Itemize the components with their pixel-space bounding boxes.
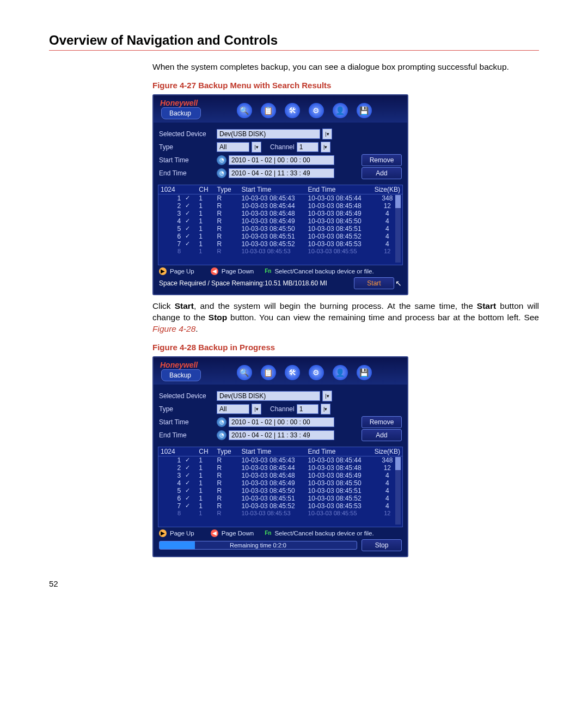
channel-dropdown-icon[interactable]: |▾ — [321, 404, 330, 415]
table-row[interactable]: 3✓1R10-03-03 08:45:4810-03-03 08:45:494 — [158, 472, 402, 479]
device-dropdown-icon[interactable]: |▾ — [322, 129, 332, 139]
user-icon[interactable]: 👤 — [333, 365, 348, 380]
page-down-label[interactable]: Page Down — [222, 530, 254, 537]
calendar-icon[interactable]: ◔ — [217, 168, 226, 178]
disk-icon[interactable]: 💾 — [357, 365, 372, 380]
input-start-time[interactable]: 2010 - 01 - 02 | 00 : 00 : 00 — [229, 417, 334, 427]
bottom-bar-progress: Remaining time 0:2:0 Stop — [159, 539, 402, 551]
table-row[interactable]: 2✓1R10-03-03 08:45:4410-03-03 08:45:4812 — [158, 202, 402, 210]
table-row-cut: 81R10-03-03 08:45:5310-03-03 08:45:5512 — [158, 510, 402, 516]
disk-icon[interactable]: 💾 — [357, 103, 372, 118]
tools-icon[interactable]: 🛠 — [285, 103, 300, 118]
fn-key-label: Fn — [265, 530, 271, 536]
table-header: 1024 CH Type Start Time End Time Size(KB… — [158, 185, 402, 194]
table-row[interactable]: 1✓1R10-03-03 08:45:4310-03-03 08:45:4434… — [158, 456, 402, 464]
label-type: Type — [159, 405, 215, 413]
space-info: Space Required / Space Remaining:10.51 M… — [159, 279, 350, 287]
add-button[interactable]: Add — [362, 429, 402, 441]
table-row[interactable]: 7✓1R10-03-03 08:45:5210-03-03 08:45:534 — [158, 502, 402, 510]
title-divider — [49, 50, 539, 51]
table-row[interactable]: 4✓1R10-03-03 08:45:4910-03-03 08:45:504 — [158, 479, 402, 487]
select-device[interactable]: Dev(USB DISK) — [217, 129, 320, 139]
table-row[interactable]: 6✓1R10-03-03 08:45:5110-03-03 08:45:524 — [158, 495, 402, 502]
select-type[interactable]: All — [217, 404, 249, 414]
table-row[interactable]: 3✓1R10-03-03 08:45:4810-03-03 08:45:494 — [158, 210, 402, 217]
scrollbar-thumb[interactable] — [395, 457, 401, 470]
scrollbar[interactable] — [395, 457, 401, 525]
pager-bar: ▶ Page Up ◀ Page Down Fn Select/Cancel b… — [159, 267, 402, 275]
input-start-time[interactable]: 2010 - 01 - 02 | 00 : 00 : 00 — [229, 155, 334, 165]
page-up-icon[interactable]: ▶ — [159, 529, 167, 537]
table-row[interactable]: 5✓1R10-03-03 08:45:5010-03-03 08:45:514 — [158, 225, 402, 233]
search-icon[interactable]: 🔍 — [237, 103, 252, 118]
pager-hint: Select/Cancel backup device or file. — [274, 530, 373, 537]
calendar-icon[interactable]: ◔ — [217, 417, 226, 427]
settings-icon[interactable]: ⚙ — [309, 103, 324, 118]
start-button[interactable]: Start — [354, 277, 394, 289]
figure-27-caption: Figure 4-27 Backup Menu with Search Resu… — [152, 81, 539, 90]
page-up-icon[interactable]: ▶ — [159, 267, 167, 275]
form-area: Selected Device Dev(USB DISK) |▾ Type Al… — [154, 123, 407, 182]
page-down-icon[interactable]: ◀ — [211, 267, 218, 275]
table-row[interactable]: 6✓1R10-03-03 08:45:5110-03-03 08:45:524 — [158, 233, 402, 240]
clipboard-icon[interactable]: 📋 — [261, 365, 276, 380]
mid-paragraph: Click Start, and the system will begin t… — [152, 301, 539, 335]
remove-button[interactable]: Remove — [362, 416, 402, 428]
table-row[interactable]: 5✓1R10-03-03 08:45:5010-03-03 08:45:514 — [158, 487, 402, 495]
calendar-icon[interactable]: ◔ — [217, 155, 226, 165]
tab-backup[interactable]: Backup — [161, 107, 201, 119]
user-icon[interactable]: 👤 — [333, 103, 348, 118]
table-row[interactable]: 4✓1R10-03-03 08:45:4910-03-03 08:45:504 — [158, 217, 402, 225]
start-strong: Start — [175, 301, 194, 310]
stop-strong: Stop — [209, 313, 227, 322]
remove-button[interactable]: Remove — [362, 154, 402, 166]
select-channel[interactable]: 1 — [297, 404, 318, 414]
table-row[interactable]: 7✓1R10-03-03 08:45:5210-03-03 08:45:534 — [158, 240, 402, 248]
search-icon[interactable]: 🔍 — [237, 365, 252, 380]
tab-backup[interactable]: Backup — [161, 369, 201, 381]
add-button[interactable]: Add — [362, 167, 402, 179]
label-start-time: Start Time — [159, 156, 215, 164]
label-selected-device: Selected Device — [159, 392, 215, 400]
scrollbar-thumb[interactable] — [395, 195, 401, 208]
page-down-label[interactable]: Page Down — [222, 268, 254, 275]
figure-28-caption: Figure 4-28 Backup in Progress — [152, 343, 539, 352]
channel-dropdown-icon[interactable]: |▾ — [321, 142, 330, 153]
label-end-time: End Time — [159, 431, 215, 439]
results-table: 1024 CH Type Start Time End Time Size(KB… — [158, 185, 402, 254]
input-end-time[interactable]: 2010 - 04 - 02 | 11 : 33 : 49 — [229, 430, 334, 440]
label-type: Type — [159, 143, 215, 151]
brand-logo: Honeywell — [160, 99, 198, 107]
tools-icon[interactable]: 🛠 — [285, 365, 300, 380]
select-type[interactable]: All — [217, 142, 249, 152]
backup-window-progress: Honeywell Backup 🔍 📋 🛠 ⚙ 👤 💾 Selected De… — [152, 356, 408, 557]
bottom-bar-space: Space Required / Space Remaining:10.51 M… — [159, 277, 402, 289]
results-table: 1024 CH Type Start Time End Time Size(KB… — [158, 447, 402, 516]
results-table-wrap: 1024 CH Type Start Time End Time Size(KB… — [158, 447, 403, 527]
type-dropdown-icon[interactable]: |▾ — [252, 142, 261, 153]
page-up-label[interactable]: Page Up — [170, 530, 194, 537]
table-row[interactable]: 2✓1R10-03-03 08:45:4410-03-03 08:45:4812 — [158, 464, 402, 472]
type-dropdown-icon[interactable]: |▾ — [252, 404, 261, 415]
stop-button[interactable]: Stop — [362, 539, 402, 551]
label-start-time: Start Time — [159, 418, 215, 426]
scrollbar[interactable] — [395, 195, 401, 263]
calendar-icon[interactable]: ◔ — [217, 430, 226, 440]
window-top-bar: Honeywell Backup 🔍 📋 🛠 ⚙ 👤 💾 — [154, 357, 407, 385]
device-dropdown-icon[interactable]: |▾ — [322, 391, 332, 401]
table-row[interactable]: 1✓1R10-03-03 08:45:4310-03-03 08:45:4434… — [158, 194, 402, 202]
page-down-icon[interactable]: ◀ — [211, 529, 218, 537]
settings-icon[interactable]: ⚙ — [309, 365, 324, 380]
remaining-time: Remaining time 0:2:0 — [230, 542, 286, 549]
start-strong-2: Start — [477, 301, 496, 310]
cursor-icon: ↖ — [395, 279, 402, 288]
input-end-time[interactable]: 2010 - 04 - 02 | 11 : 33 : 49 — [229, 168, 334, 178]
page-up-label[interactable]: Page Up — [170, 268, 194, 275]
select-channel[interactable]: 1 — [297, 142, 318, 152]
label-end-time: End Time — [159, 169, 215, 177]
figure-ref: Figure 4-28 — [152, 324, 195, 333]
results-table-wrap: 1024 CH Type Start Time End Time Size(KB… — [158, 185, 403, 265]
table-row-cut: 81R10-03-03 08:45:5310-03-03 08:45:5512 — [158, 248, 402, 254]
select-device[interactable]: Dev(USB DISK) — [217, 391, 320, 401]
clipboard-icon[interactable]: 📋 — [261, 103, 276, 118]
